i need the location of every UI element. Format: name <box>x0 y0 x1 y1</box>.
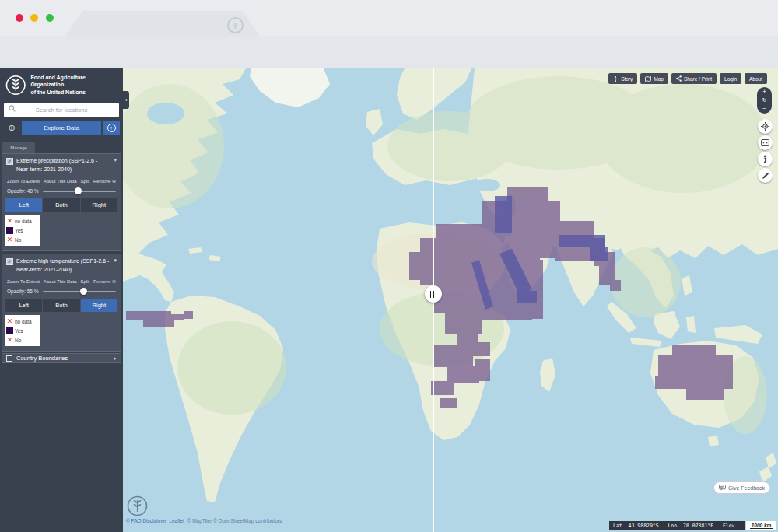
layer-actions: Zoom To Extent About This Data Split Rem… <box>2 175 121 185</box>
opacity-slider[interactable] <box>43 288 116 295</box>
close-window-button[interactable] <box>16 14 23 22</box>
minimize-window-button[interactable] <box>30 14 38 22</box>
sidebar-collapse-button[interactable]: ‹ <box>123 91 129 109</box>
legend-label: No <box>15 237 21 243</box>
zoom-control: + ↻ − <box>757 87 772 114</box>
remove-button[interactable]: Remove ⊖ <box>93 178 116 184</box>
both-side-button[interactable]: Both <box>43 299 79 312</box>
right-side-button[interactable]: Right <box>81 299 117 312</box>
left-side-button[interactable]: Left <box>5 198 42 212</box>
coordinates-text: Lat 43.98829°S Lon 70.07381°E Elev <box>613 523 735 529</box>
layer-header[interactable]: ✓ Extreme high temperature (SSP1-2.6 - N… <box>2 254 121 275</box>
new-tab-button[interactable]: + <box>227 17 244 33</box>
slider-thumb[interactable] <box>75 187 82 194</box>
add-data-icon[interactable]: ⊕ <box>3 121 20 135</box>
yes-color-swatch <box>6 227 13 234</box>
compare-icon <box>761 139 769 146</box>
fao-watermark-logo <box>127 495 148 516</box>
about-button[interactable]: About <box>745 73 767 84</box>
legend-label: no data <box>15 319 32 324</box>
legend-label: No <box>15 338 21 343</box>
no-data-x-icon: ✕ <box>6 318 13 325</box>
zoom-to-extent-button[interactable]: Zoom To Extent <box>7 279 40 284</box>
feedback-comment-icon <box>719 485 726 491</box>
opacity-row: Opacity: 48 % <box>2 185 121 196</box>
layer-legend: ✕ no data Yes ✕ No <box>5 315 40 346</box>
layer-checkbox[interactable]: ✓ <box>6 158 13 165</box>
legend-item: ✕ No <box>6 335 39 345</box>
pencil-icon <box>762 172 769 180</box>
locate-icon <box>761 122 769 131</box>
reset-view-button[interactable]: ↻ <box>762 97 767 103</box>
org-name-line2: of the United Nations <box>30 89 118 96</box>
locate-button[interactable] <box>758 119 773 134</box>
leaflet-link[interactable]: Leaflet <box>169 518 184 523</box>
give-feedback-button[interactable]: Give Feedback <box>713 481 770 494</box>
org-name-line1: Food and Agriculture Organization <box>30 74 118 89</box>
legend-label: Yes <box>15 328 23 334</box>
slider-thumb[interactable] <box>80 288 87 295</box>
fao-disclaimer-link[interactable]: © FAO Disclaimer <box>126 518 166 523</box>
layer-header[interactable]: ✓ Extreme precipitation (SSP1-2.6 - Near… <box>2 154 121 175</box>
map-attribution: © FAO Disclaimer Leaflet © MapTiler © Op… <box>126 518 282 523</box>
layer-title: Extreme precipitation (SSP1-2.6 - Near-t… <box>16 157 110 173</box>
world-map[interactable] <box>123 68 778 532</box>
tiles-attribution[interactable]: © MapTiler © OpenStreetMap contributors <box>187 518 282 523</box>
chevron-down-icon[interactable]: ▾ <box>114 157 117 173</box>
share-icon <box>676 75 682 82</box>
chevron-down-icon[interactable]: ▾ <box>114 257 117 274</box>
explore-data-button[interactable]: Explore Data <box>22 121 101 135</box>
earth-map-app: Food and Agriculture Organization of the… <box>0 68 778 532</box>
map-toolbar: Story Map Share / Print Login About <box>608 73 767 84</box>
story-button[interactable]: Story <box>608 73 637 84</box>
zoom-to-extent-button[interactable]: Zoom To Extent <box>7 179 40 184</box>
about-this-data-button[interactable]: About This Data <box>44 179 77 184</box>
upload-button[interactable]: ↑ <box>103 121 120 135</box>
legend-item: Yes <box>6 226 39 235</box>
split-button[interactable]: Split <box>80 279 89 284</box>
layer-checkbox[interactable]: ✓ <box>6 258 13 265</box>
story-icon <box>613 76 619 82</box>
yes-color-swatch <box>6 327 13 334</box>
legend-item: ✕ no data <box>6 216 39 226</box>
compare-layers-button[interactable] <box>758 135 773 150</box>
right-side-button[interactable]: Right <box>81 198 117 212</box>
sidebar: Food and Agriculture Organization of the… <box>0 68 123 532</box>
browser-chrome: + ‹ › ↻ ☆ <box>0 0 778 68</box>
upload-icon: ↑ <box>107 124 116 132</box>
streetview-button[interactable] <box>758 152 773 166</box>
left-side-button[interactable]: Left <box>5 299 42 312</box>
about-this-data-button[interactable]: About This Data <box>44 279 77 284</box>
legend-label: Yes <box>15 228 23 233</box>
share-print-button[interactable]: Share / Print <box>671 73 717 84</box>
no-x-icon: ✕ <box>6 337 13 344</box>
legend-item: Yes <box>6 326 39 335</box>
feedback-label: Give Feedback <box>728 485 765 491</box>
search-icon <box>9 105 16 112</box>
zoom-in-button[interactable]: + <box>762 89 766 95</box>
zoom-out-button[interactable]: − <box>762 106 766 112</box>
fullscreen-window-button[interactable] <box>46 14 54 22</box>
chevron-right-icon[interactable]: ▸ <box>114 355 117 362</box>
streetview-icon <box>762 155 769 163</box>
remove-button[interactable]: Remove ⊖ <box>93 278 116 284</box>
no-x-icon: ✕ <box>6 236 13 243</box>
manage-tab[interactable]: Manage <box>2 142 35 153</box>
login-button[interactable]: Login <box>720 73 741 84</box>
split-button[interactable]: Split <box>80 179 89 184</box>
legend-item: ✕ no data <box>6 317 39 326</box>
map-viewport[interactable]: Story Map Share / Print Login About + <box>123 68 778 532</box>
both-side-button[interactable]: Both <box>43 198 79 212</box>
map-mode-button[interactable]: Map <box>640 73 668 84</box>
location-search-input[interactable] <box>4 103 119 117</box>
draw-button[interactable] <box>758 168 773 183</box>
no-data-x-icon: ✕ <box>6 218 13 225</box>
layer-panel-precipitation: ✓ Extreme precipitation (SSP1-2.6 - Near… <box>2 153 121 251</box>
location-search <box>4 101 119 117</box>
opacity-slider[interactable] <box>43 187 116 194</box>
country-boundaries-row[interactable]: Country Boundaries ▸ <box>2 353 121 363</box>
country-boundaries-checkbox[interactable] <box>6 355 12 362</box>
legend-item: ✕ No <box>6 235 39 244</box>
swipe-handle[interactable] <box>425 285 442 303</box>
side-toggle: Left Both Right <box>5 198 117 212</box>
